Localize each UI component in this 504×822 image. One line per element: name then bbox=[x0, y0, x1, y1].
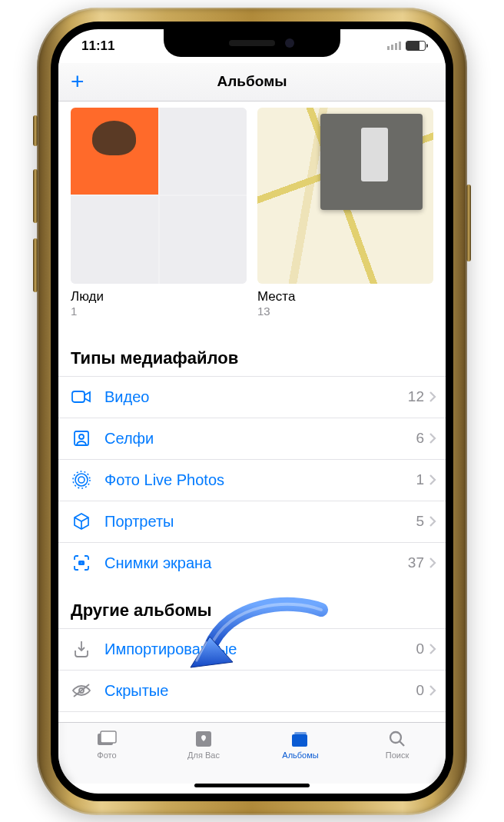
row-video[interactable]: Видео 12 bbox=[58, 376, 446, 418]
chevron-right-icon bbox=[429, 515, 436, 527]
smart-albums-row: Люди 1 Места 13 bbox=[58, 102, 446, 331]
svg-rect-14 bbox=[294, 732, 307, 734]
chevron-right-icon bbox=[429, 684, 436, 697]
row-label: Портреты bbox=[104, 513, 416, 531]
battery-icon bbox=[406, 41, 426, 51]
tab-albums[interactable]: Альбомы bbox=[252, 723, 349, 784]
selfie-icon bbox=[71, 428, 92, 449]
cube-icon bbox=[71, 511, 92, 532]
row-count: 1 bbox=[416, 471, 424, 488]
album-label: Места bbox=[257, 289, 433, 305]
home-indicator[interactable] bbox=[194, 784, 310, 787]
chevron-right-icon bbox=[429, 391, 436, 403]
row-recently-deleted[interactable]: Недавно удаленные 242 bbox=[58, 711, 446, 722]
svg-point-15 bbox=[390, 732, 401, 743]
row-count: 37 bbox=[408, 554, 424, 571]
row-hidden[interactable]: Скрытые 0 bbox=[58, 670, 446, 711]
places-map-thumbnail bbox=[257, 108, 433, 284]
svg-point-3 bbox=[78, 477, 85, 483]
svg-point-2 bbox=[79, 434, 84, 439]
page-title: Альбомы bbox=[58, 73, 446, 90]
row-count: 0 bbox=[416, 682, 424, 699]
chevron-right-icon bbox=[429, 432, 436, 444]
map-photo-pin bbox=[320, 114, 423, 211]
row-portraits[interactable]: Портреты 5 bbox=[58, 501, 446, 542]
cellular-icon bbox=[387, 42, 401, 50]
people-thumbnail-grid bbox=[71, 108, 247, 284]
status-time: 11:11 bbox=[81, 38, 114, 54]
tab-label: Альбомы bbox=[282, 750, 318, 760]
row-selfie[interactable]: Селфи 6 bbox=[58, 418, 446, 459]
power-button bbox=[466, 185, 471, 261]
row-count: 0 bbox=[416, 641, 424, 657]
nav-header: + Альбомы bbox=[58, 63, 446, 102]
row-label: Фото Live Photos bbox=[104, 471, 416, 489]
svg-point-7 bbox=[81, 562, 83, 564]
chevron-right-icon bbox=[429, 557, 436, 569]
row-label: Селфи bbox=[104, 430, 416, 448]
tab-label: Поиск bbox=[386, 750, 409, 760]
notch bbox=[164, 29, 340, 57]
volume-up bbox=[33, 169, 38, 223]
mute-switch bbox=[33, 115, 38, 146]
foryou-tab-icon bbox=[192, 729, 215, 749]
album-count: 13 bbox=[257, 305, 433, 318]
albums-tab-icon bbox=[289, 729, 312, 749]
volume-down bbox=[33, 238, 38, 292]
album-places[interactable]: Места 13 bbox=[257, 108, 433, 318]
tab-label: Для Вас bbox=[187, 750, 220, 760]
tab-search[interactable]: Поиск bbox=[349, 723, 446, 784]
row-label: Видео bbox=[104, 388, 408, 406]
section-title-media: Типы медиафайлов bbox=[58, 331, 446, 376]
row-count: 5 bbox=[416, 513, 424, 530]
tab-label: Фото bbox=[97, 750, 116, 760]
row-label: Снимки экрана bbox=[104, 554, 408, 572]
row-imported[interactable]: Импортированные 0 bbox=[58, 628, 446, 670]
svg-rect-11 bbox=[101, 731, 116, 743]
row-count: 6 bbox=[416, 430, 424, 447]
svg-rect-0 bbox=[72, 391, 85, 402]
phone-frame: 11:11 + Альбомы bbox=[37, 8, 467, 815]
section-title-other: Другие альбомы bbox=[58, 584, 446, 628]
video-icon bbox=[71, 386, 92, 408]
screenshot-icon bbox=[71, 552, 92, 574]
search-tab-icon bbox=[386, 729, 409, 749]
svg-rect-13 bbox=[292, 734, 307, 747]
svg-rect-1 bbox=[75, 431, 88, 445]
screen: 11:11 + Альбомы bbox=[51, 22, 453, 801]
row-count: 12 bbox=[408, 388, 424, 405]
row-label: Скрытые bbox=[104, 682, 416, 700]
chevron-right-icon bbox=[429, 474, 436, 486]
album-label: Люди bbox=[71, 289, 247, 305]
face-avatar bbox=[71, 108, 158, 195]
svg-point-4 bbox=[75, 474, 88, 486]
row-livephotos[interactable]: Фото Live Photos 1 bbox=[58, 459, 446, 501]
hidden-icon bbox=[71, 680, 92, 701]
chevron-right-icon bbox=[429, 643, 436, 655]
tab-bar: Фото Для Вас Альбомы bbox=[58, 722, 446, 784]
content-scroll[interactable]: Люди 1 Места 13 Типы медиафайлов bbox=[58, 102, 446, 722]
album-count: 1 bbox=[71, 305, 247, 318]
album-people[interactable]: Люди 1 bbox=[71, 108, 247, 318]
row-screenshots[interactable]: Снимки экрана 37 bbox=[58, 542, 446, 584]
import-icon bbox=[71, 638, 92, 660]
tab-foryou[interactable]: Для Вас bbox=[155, 723, 252, 784]
row-label: Импортированные bbox=[104, 641, 416, 658]
add-button[interactable]: + bbox=[71, 70, 85, 93]
svg-line-16 bbox=[400, 741, 404, 746]
livephoto-icon bbox=[71, 469, 92, 491]
tab-photos[interactable]: Фото bbox=[58, 723, 155, 784]
photos-tab-icon bbox=[95, 729, 118, 749]
